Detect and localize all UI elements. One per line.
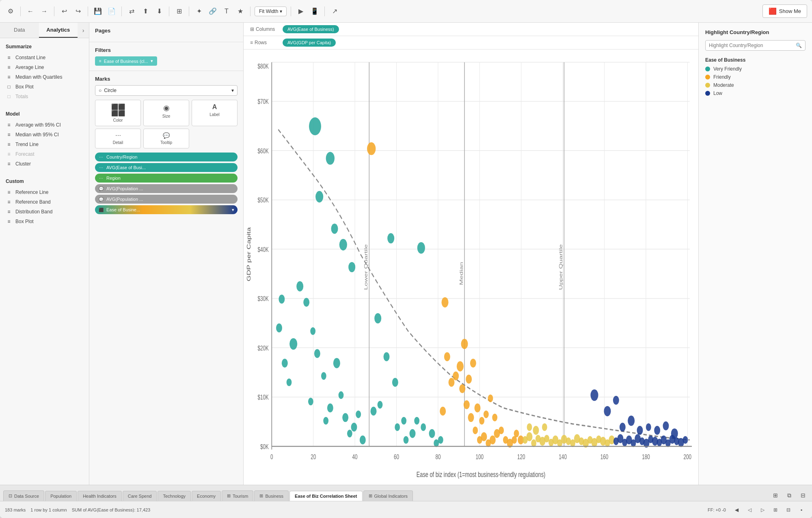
totals-icon: □ xyxy=(6,93,12,100)
marks-count: 183 marks xyxy=(5,507,26,512)
tab-technology[interactable]: Technology xyxy=(158,491,191,501)
svg-point-54 xyxy=(404,436,409,444)
svg-point-95 xyxy=(531,439,536,447)
reference-line-item[interactable]: ≡ Reference Line xyxy=(6,187,83,197)
tooltip-icon[interactable]: ★ xyxy=(235,6,246,17)
svg-point-45 xyxy=(348,262,355,272)
svg-text:$80K: $80K xyxy=(257,62,268,70)
reference-band-item[interactable]: ≡ Reference Band xyxy=(6,197,83,207)
tab-ease-biz[interactable]: Ease of Biz Correlation Sheet xyxy=(289,491,362,501)
box-plot-summarize-item[interactable]: □ Box Plot xyxy=(6,82,83,92)
svg-point-143 xyxy=(613,396,619,405)
svg-point-47 xyxy=(371,406,377,415)
mark-pill-country[interactable]: ⋯ Country/Region xyxy=(95,153,238,161)
median-quartiles-item[interactable]: ≡ Median with Quartiles xyxy=(6,72,83,82)
svg-point-51 xyxy=(392,378,398,387)
tooltip-icon: 💬 xyxy=(163,132,170,139)
tab-economy[interactable]: Economy xyxy=(192,491,221,501)
back-icon[interactable]: ← xyxy=(25,6,36,17)
highlight-search-box[interactable]: 🔍 xyxy=(705,40,806,51)
svg-point-135 xyxy=(628,416,635,426)
save-icon[interactable]: 💾 xyxy=(92,6,104,17)
multicolor-icon: ⬛ xyxy=(98,207,104,213)
svg-point-82 xyxy=(466,375,472,384)
view-grid1-icon[interactable]: ⊞ xyxy=(770,504,781,516)
rows-pill[interactable]: AVG(GDP per Capita) xyxy=(283,39,336,47)
mark-pill-ease-color[interactable]: ⬛ Ease of Busine... ▾ xyxy=(95,205,238,214)
paging-next-icon[interactable]: ▷ xyxy=(757,504,768,516)
view-list-icon[interactable]: ▪ xyxy=(796,504,807,516)
average-line-item[interactable]: ≡ Average Line xyxy=(6,62,83,72)
device-preview-icon[interactable]: 📱 xyxy=(309,6,320,17)
fit-width-button[interactable]: Fit Width ▾ xyxy=(255,6,287,16)
sum-info: SUM of AVG(Ease of Business): 17,423 xyxy=(72,507,151,512)
distribution-band-item[interactable]: ≡ Distribution Band xyxy=(6,207,83,217)
tab-health-indicators[interactable]: Health Indicators xyxy=(78,491,122,501)
label-button[interactable]: A Label xyxy=(192,100,238,126)
view-grid2-icon[interactable]: ⊟ xyxy=(783,504,794,516)
svg-point-21 xyxy=(276,323,282,332)
columns-pill[interactable]: AVG(Ease of Business) xyxy=(283,25,339,33)
svg-point-35 xyxy=(342,413,348,422)
legend-item-very-friendly: Very Friendly xyxy=(705,66,806,72)
add-sheet-icon[interactable]: ⊞ xyxy=(770,490,781,501)
tab-data[interactable]: Data xyxy=(0,23,39,38)
present-icon[interactable]: ▶ xyxy=(295,6,307,17)
paging-prev2-icon[interactable]: ◁ xyxy=(744,504,755,516)
tableau-logo-icon[interactable]: ⚙ xyxy=(5,6,16,17)
swap-icon[interactable]: ⇄ xyxy=(126,6,137,17)
duplicate-sheet-icon[interactable]: ⧉ xyxy=(784,490,795,501)
detail-button[interactable]: ⋯ Detail xyxy=(95,129,141,148)
forward-icon[interactable]: → xyxy=(39,6,50,17)
cluster-item[interactable]: ≡ Cluster xyxy=(6,159,83,169)
tab-tourism[interactable]: ⊞ Tourism xyxy=(222,490,254,501)
svg-point-48 xyxy=(378,401,383,408)
sep2 xyxy=(54,6,54,16)
sheet-options-icon[interactable]: ⊟ xyxy=(797,490,809,501)
mark-pill-ease-of-busi[interactable]: ⋯ AVG(Ease of Busi... xyxy=(95,163,238,172)
mark-pill-pop1[interactable]: 💬 AVG(Population ... xyxy=(95,184,238,193)
group-icon[interactable]: ⊞ xyxy=(173,6,185,17)
constant-line-item[interactable]: ≡ Constant Line xyxy=(6,53,83,62)
box-plot-custom-item[interactable]: ≡ Box Plot xyxy=(6,217,83,226)
totals-item[interactable]: □ Totals xyxy=(6,92,83,101)
color-button[interactable]: ⬛⬛⬛⬛ Color xyxy=(95,100,141,126)
tab-business-label: Business xyxy=(265,494,283,499)
tab-analytics[interactable]: Analytics xyxy=(39,23,78,38)
tab-data-source[interactable]: ⊡ Data Source xyxy=(3,490,44,501)
box-plot-custom-icon: ≡ xyxy=(6,218,12,225)
undo-icon[interactable]: ↩ xyxy=(58,6,70,17)
panel-close-icon[interactable]: › xyxy=(78,23,89,38)
trend-line-item[interactable]: ≡ Trend Line xyxy=(6,140,83,149)
highlight-search-input[interactable] xyxy=(709,43,796,48)
svg-point-84 xyxy=(475,404,481,413)
highlight-icon[interactable]: ✦ xyxy=(193,6,205,17)
forecast-item[interactable]: ≡ Forecast xyxy=(6,149,83,159)
redo-icon[interactable]: ↪ xyxy=(72,6,84,17)
mark-pill-region[interactable]: ⋯ Region xyxy=(95,174,238,183)
text-icon[interactable]: T xyxy=(221,6,232,17)
show-me-button[interactable]: 🟥 Show Me xyxy=(762,4,807,18)
share-icon[interactable]: ↗ xyxy=(329,6,340,17)
paging-prev-icon[interactable]: ◀ xyxy=(731,504,742,516)
svg-text:$60K: $60K xyxy=(257,147,268,155)
marks-type-select[interactable]: ○ Circle ▾ xyxy=(95,85,238,96)
tooltip-button[interactable]: 💬 Tooltip xyxy=(143,129,189,148)
avg-95ci-item[interactable]: ≡ Average with 95% CI xyxy=(6,120,83,130)
svg-point-83 xyxy=(470,359,476,368)
new-sheet-icon[interactable]: 📄 xyxy=(106,6,117,17)
sort-desc-icon[interactable]: ⬇ xyxy=(153,6,165,17)
data-source-icon: ⊡ xyxy=(9,493,12,499)
median-95ci-item[interactable]: ≡ Median with 95% CI xyxy=(6,130,83,140)
filter-pill-ease[interactable]: ≡ Ease of Business (cl... ▾ xyxy=(95,56,157,66)
tab-population[interactable]: Population xyxy=(45,491,77,501)
annotate-icon[interactable]: 🔗 xyxy=(207,6,218,17)
tab-business[interactable]: ⊞ Business xyxy=(254,490,289,501)
rows-shelf: ≡ Rows AVG(GDP per Capita) xyxy=(244,36,698,49)
tab-care-spend[interactable]: Care Spend xyxy=(123,491,157,501)
tab-global-indicators[interactable]: ⊞ Global Indicators xyxy=(363,490,413,501)
mark-pill-pop2[interactable]: 💬 AVG(Population ... xyxy=(95,195,238,204)
size-button[interactable]: ◉ Size xyxy=(143,100,189,126)
upper-quartile-label: Upper Quartile xyxy=(558,244,564,290)
sort-asc-icon[interactable]: ⬆ xyxy=(140,6,151,17)
